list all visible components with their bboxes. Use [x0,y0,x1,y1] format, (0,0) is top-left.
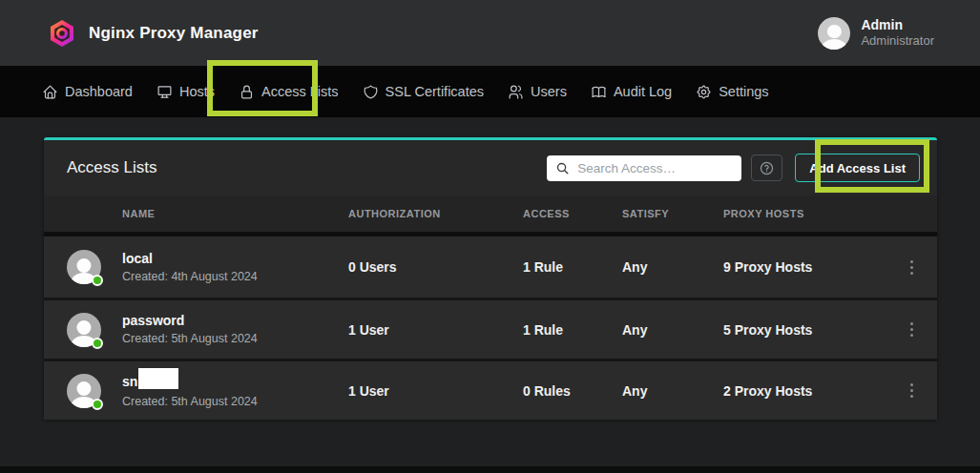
row-actions-kebab-icon[interactable] [903,319,920,340]
created-date: Created: 4th August 2024 [122,269,348,284]
home-icon [42,84,58,100]
access-list-name: local [122,250,348,267]
app-logo-icon [48,19,76,48]
user-role: Administrator [861,33,934,49]
proxy-hosts-value: 2 Proxy Hosts [723,383,903,399]
monitor-icon [156,84,173,100]
user-avatar [818,17,850,50]
table-row[interactable]: sn Created: 5th August 2024 1 User 0 Rul… [44,359,937,420]
app-title: Nginx Proxy Manager [89,24,259,43]
authorization-value: 0 Users [348,259,523,275]
nav-item-settings[interactable]: Settings [696,84,768,100]
shield-icon [363,84,379,100]
add-access-list-button[interactable]: Add Access List [795,154,920,182]
brand: Nginx Proxy Manager [48,19,259,48]
table-body: local Created: 4th August 2024 0 Users 1… [44,232,937,420]
nav-label-dashboard: Dashboard [65,84,133,99]
satisfy-value: Any [622,322,723,338]
nav-label-access-lists: Access Lists [261,84,339,99]
row-actions-kebab-icon[interactable] [903,257,920,278]
access-lists-panel: Access Lists Add Access List Name Author… [44,137,937,420]
column-header-name: Name [122,208,348,219]
access-list-name: sn [122,373,137,390]
help-button[interactable] [751,154,782,181]
users-icon [508,84,524,100]
satisfy-value: Any [622,259,723,275]
access-value: 0 Rules [523,383,622,399]
created-date: Created: 5th August 2024 [122,331,348,346]
online-status-dot [92,275,103,286]
gear-icon [696,84,712,100]
row-actions-kebab-icon[interactable] [903,380,920,401]
created-date: Created: 5th August 2024 [122,394,348,409]
nav-item-access-lists[interactable]: Access Lists [239,84,339,100]
authorization-value: 1 User [348,383,523,399]
column-header-access: Access [523,208,622,219]
nav-item-ssl-certificates[interactable]: SSL Certificates [363,84,484,100]
table-row[interactable]: password Created: 5th August 2024 1 User… [44,298,937,359]
panel-title: Access Lists [67,158,547,177]
question-mark-icon [759,160,775,176]
footer-strip [0,466,980,473]
column-header-authorization: Authorization [348,208,523,219]
user-name: Admin [861,17,934,34]
book-icon [591,84,607,100]
row-avatar [67,374,101,408]
online-status-dot [92,399,103,410]
user-menu[interactable]: Admin Administrator [818,17,934,50]
nav-item-audit-log[interactable]: Audit Log [591,84,672,100]
proxy-hosts-value: 9 Proxy Hosts [723,259,903,275]
page-content: Access Lists Add Access List Name Author… [0,117,980,473]
nav-label-hosts: Hosts [179,84,215,99]
online-status-dot [92,338,103,349]
redaction-box [138,368,178,389]
table-header-row: Name Authorization Access Satisfy Proxy … [44,195,937,232]
nav-label-audit-log: Audit Log [614,84,672,99]
proxy-hosts-value: 5 Proxy Hosts [723,322,903,338]
nav-label-ssl-certificates: SSL Certificates [386,84,484,99]
satisfy-value: Any [622,383,723,399]
access-value: 1 Rule [523,322,622,338]
top-bar: Nginx Proxy Manager Admin Administrator [0,0,980,66]
row-avatar [67,250,101,284]
access-list-name: password [122,312,348,329]
nav-item-dashboard[interactable]: Dashboard [42,84,133,100]
search-box [547,155,741,181]
column-header-satisfy: Satisfy [622,208,723,219]
nav-label-settings: Settings [719,84,768,99]
access-value: 1 Rule [523,259,622,275]
lock-icon [239,84,255,100]
row-avatar [67,313,101,347]
search-icon [555,161,570,175]
nav-label-users: Users [531,84,567,99]
table-row[interactable]: local Created: 4th August 2024 0 Users 1… [44,236,937,298]
column-header-proxy-hosts: Proxy Hosts [723,208,903,219]
nav-item-hosts[interactable]: Hosts [156,84,215,100]
search-input[interactable] [577,161,734,175]
main-nav: Dashboard Hosts Access Lists SSL Certifi… [0,66,980,117]
authorization-value: 1 User [348,322,523,338]
nav-item-users[interactable]: Users [508,84,567,100]
